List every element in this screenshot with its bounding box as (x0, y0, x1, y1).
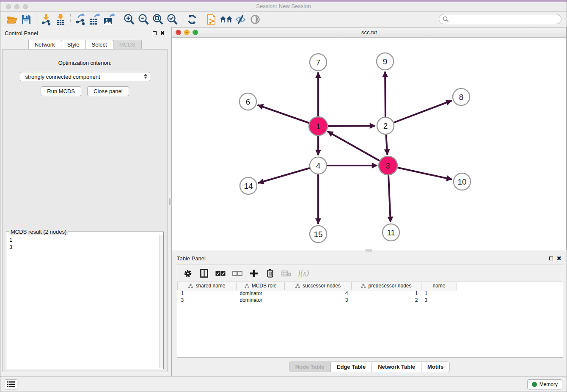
tab-node-table[interactable]: Node Table (289, 362, 331, 372)
tab-network-table[interactable]: Network Table (372, 362, 421, 372)
graph-node-label-2: 2 (383, 121, 388, 130)
network-window-titlebar[interactable]: ✕ − + scc.txt (172, 28, 566, 38)
tab-select[interactable]: Select (85, 40, 113, 49)
network-minimize-button[interactable]: − (184, 30, 190, 35)
cell-mcds-role[interactable]: dominator (237, 297, 285, 304)
open-session-button[interactable] (5, 13, 19, 26)
graph-edge-3-10[interactable] (388, 166, 452, 179)
network-window-title: scc.txt (172, 28, 566, 37)
home-layout-button[interactable] (219, 13, 234, 26)
hierarchy-icon (295, 284, 300, 288)
delete-table-button[interactable] (281, 268, 292, 279)
titlebar-accent-strip (0, 0, 567, 2)
graph-node-label-15: 15 (314, 230, 322, 239)
tab-motifs[interactable]: Motifs (421, 362, 450, 372)
table-panel-close-icon[interactable]: ✖ (556, 255, 561, 261)
cell-successor-nodes[interactable]: 3 (285, 297, 352, 304)
hide-details-button[interactable] (234, 13, 248, 26)
network-from-file-button[interactable] (205, 13, 219, 26)
window-title: Session: New Session (0, 3, 567, 9)
table-row[interactable]: 3 dominator 3 2 3 (178, 297, 457, 304)
save-session-button[interactable] (19, 13, 33, 26)
plus-icon (250, 269, 258, 278)
zoom-out-button[interactable] (136, 13, 151, 26)
column-header-predecessor-nodes[interactable]: predecessor nodes (352, 282, 421, 290)
import-network-button[interactable] (39, 13, 53, 26)
memory-button[interactable]: Memory (527, 379, 562, 389)
tab-mcds[interactable]: MCDS (113, 40, 142, 49)
cell-mcds-role[interactable]: dominator (237, 290, 285, 297)
column-selector-button[interactable] (199, 268, 209, 279)
table-row[interactable]: 1 dominator 4 1 1 (178, 290, 457, 297)
export-image-button[interactable] (102, 13, 116, 26)
horizontal-splitter-grip[interactable] (366, 249, 372, 252)
graph-node-label-14: 14 (244, 182, 253, 190)
import-network-icon (41, 14, 52, 25)
tab-style[interactable]: Style (61, 40, 86, 49)
graph-edge-2-8[interactable] (385, 101, 452, 126)
graph-node-label-1: 1 (316, 122, 321, 131)
column-header-name[interactable]: name (421, 282, 457, 290)
criterion-select[interactable]: strongly connected component (20, 72, 150, 81)
export-image-icon (103, 14, 115, 25)
eye-slash-icon (235, 14, 247, 25)
node-table: shared name MCDS role successor nodes pr… (177, 282, 457, 304)
delete-column-button[interactable] (265, 268, 275, 279)
global-search-field[interactable] (439, 14, 561, 24)
search-icon (443, 16, 449, 22)
run-mcds-button[interactable]: Run MCDS (41, 86, 81, 96)
zoom-out-icon (138, 14, 149, 25)
graph-edge-4-14[interactable] (258, 166, 318, 183)
control-panel: Control Panel ✖ Network Style Select MCD… (0, 27, 169, 376)
apply-function-button[interactable]: f(x) (298, 268, 309, 279)
graph-node-label-11: 11 (387, 228, 395, 237)
control-panel-close-icon[interactable]: ✖ (160, 30, 165, 36)
graph-node-label-4: 4 (316, 161, 321, 170)
table-settings-button[interactable] (183, 268, 193, 279)
cell-name[interactable]: 1 (421, 290, 457, 297)
graph-edge-3-1[interactable] (328, 131, 388, 166)
zoom-in-button[interactable] (122, 13, 136, 26)
table-panel-float-icon[interactable] (549, 257, 553, 260)
refresh-button[interactable] (185, 13, 199, 26)
zoom-fit-button[interactable] (151, 13, 165, 26)
export-table-button[interactable] (88, 13, 102, 26)
deselect-all-button[interactable] (232, 268, 242, 279)
cell-shared-name[interactable]: 1 (178, 290, 237, 297)
mcds-result-text[interactable]: 1 3 (7, 235, 159, 368)
control-panel-float-icon[interactable] (153, 31, 157, 35)
task-history-button[interactable] (5, 379, 17, 389)
cell-predecessor-nodes[interactable]: 2 (352, 297, 421, 304)
close-panel-button[interactable]: Close panel (87, 86, 129, 96)
cell-name[interactable]: 3 (421, 297, 457, 304)
criterion-selected-value: strongly connected component (25, 74, 100, 80)
unchecked-boxes-icon (232, 271, 242, 276)
export-network-icon (75, 14, 86, 25)
add-column-button[interactable] (249, 268, 259, 279)
column-header-shared-name[interactable]: shared name (178, 282, 237, 290)
cell-predecessor-nodes[interactable]: 1 (352, 290, 421, 297)
status-bar: Memory (0, 376, 567, 392)
cell-shared-name[interactable]: 3 (178, 297, 237, 304)
cell-successor-nodes[interactable]: 4 (285, 290, 352, 297)
column-selector-icon (200, 269, 208, 278)
export-network-button[interactable] (73, 13, 88, 26)
network-maximize-button[interactable]: + (193, 30, 198, 35)
search-input[interactable] (449, 16, 561, 22)
show-details-button[interactable] (248, 13, 262, 26)
tab-network[interactable]: Network (28, 40, 61, 49)
zoom-selected-button[interactable] (165, 13, 179, 26)
network-close-button[interactable]: ✕ (176, 30, 181, 35)
tab-edge-table[interactable]: Edge Table (330, 362, 372, 372)
table-panel-tabs: Node Table Edge Table Network Table Moti… (172, 362, 567, 372)
mcds-panel-body: Optimization criterion: strongly connect… (2, 49, 168, 372)
network-canvas[interactable]: 7968124314101511 (172, 38, 566, 250)
network-view-window: ✕ − + scc.txt 7968124314101511 (172, 27, 567, 250)
import-table-button[interactable] (53, 13, 68, 26)
column-header-successor-nodes[interactable]: successor nodes (285, 282, 352, 290)
select-all-button[interactable] (215, 268, 226, 279)
result-scrollbar[interactable] (159, 235, 163, 368)
column-header-mcds-role[interactable]: MCDS role (237, 282, 285, 290)
graph-node-label-6: 6 (246, 97, 250, 106)
eye-icon (250, 14, 261, 25)
